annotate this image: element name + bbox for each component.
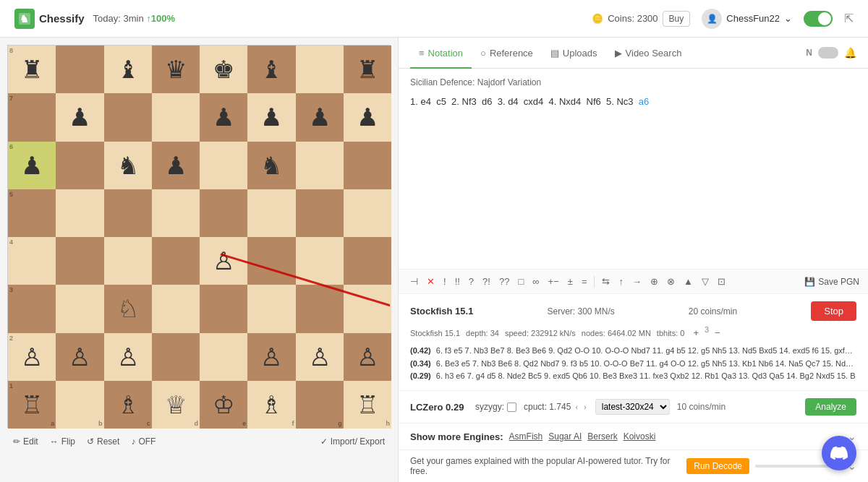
- square-h8[interactable]: ♜: [344, 46, 391, 93]
- tool-arrows[interactable]: ⇆: [599, 274, 613, 289]
- square-e3[interactable]: [200, 285, 247, 332]
- tool-right-arrow[interactable]: →: [629, 274, 644, 289]
- tool-double-question[interactable]: ??: [496, 274, 512, 289]
- square-a6[interactable]: ♟6: [8, 142, 56, 189]
- square-b8[interactable]: [56, 46, 103, 93]
- cpuct-up[interactable]: ›: [582, 403, 588, 411]
- n-toggle[interactable]: [818, 47, 838, 59]
- network-select[interactable]: latest-320x24: [595, 399, 670, 415]
- square-a5[interactable]: 5: [8, 189, 56, 237]
- square-c8[interactable]: ♝: [104, 46, 152, 93]
- cpuct-down[interactable]: ‹: [574, 403, 579, 411]
- tool-delete[interactable]: ✕: [424, 274, 438, 289]
- square-a4[interactable]: 4: [8, 237, 56, 285]
- square-d4[interactable]: [152, 237, 200, 285]
- square-d7[interactable]: [152, 93, 200, 141]
- square-a7[interactable]: 7: [8, 93, 56, 141]
- lines-plus[interactable]: +: [690, 325, 702, 340]
- tool-question[interactable]: ?: [466, 274, 477, 289]
- square-b3[interactable]: [56, 285, 103, 332]
- square-h1[interactable]: ♖h: [344, 381, 391, 429]
- theme-toggle[interactable]: [804, 11, 833, 27]
- reset-button[interactable]: ↺ Reset: [87, 436, 119, 447]
- square-b1[interactable]: b: [56, 381, 103, 429]
- square-c5[interactable]: [104, 189, 152, 237]
- square-f3[interactable]: [247, 285, 295, 332]
- square-e5[interactable]: [200, 189, 247, 237]
- tool-box[interactable]: □: [515, 274, 527, 289]
- tool-triangle[interactable]: ▲: [681, 274, 696, 289]
- square-b6[interactable]: [56, 142, 103, 189]
- square-a1[interactable]: ♖1a: [8, 381, 56, 429]
- square-h3[interactable]: [344, 285, 391, 332]
- square-e8[interactable]: ♚: [200, 46, 247, 93]
- square-g1[interactable]: g: [296, 381, 344, 429]
- square-g7[interactable]: ♟: [296, 93, 344, 141]
- tool-plus-minus[interactable]: +−: [545, 274, 562, 289]
- square-d5[interactable]: [152, 189, 200, 237]
- square-e4[interactable]: ♙: [200, 237, 247, 285]
- square-f4[interactable]: [247, 237, 295, 285]
- square-d2[interactable]: [152, 333, 200, 381]
- lines-minus[interactable]: −: [712, 325, 723, 340]
- square-f2[interactable]: ♙: [247, 333, 295, 381]
- collapse-button[interactable]: ⇱: [844, 12, 854, 25]
- tool-square-box[interactable]: ⊡: [715, 274, 728, 289]
- square-f6[interactable]: ♞: [247, 142, 295, 189]
- buy-button[interactable]: Buy: [663, 11, 691, 27]
- tool-infinity[interactable]: ∞: [529, 274, 542, 289]
- square-c1[interactable]: ♗c: [104, 381, 152, 429]
- user-info[interactable]: 👤 ChessFun22 ⌄: [702, 9, 792, 29]
- square-f1[interactable]: ♗f: [247, 381, 295, 429]
- square-b4[interactable]: [56, 237, 103, 285]
- tool-begin[interactable]: ⊣: [407, 274, 421, 289]
- square-b2[interactable]: ♙: [56, 333, 103, 381]
- square-h2[interactable]: ♙: [344, 333, 391, 381]
- square-a8[interactable]: ♜8: [8, 46, 56, 93]
- square-g3[interactable]: [296, 285, 344, 332]
- square-g2[interactable]: ♙: [296, 333, 344, 381]
- square-g6[interactable]: [296, 142, 344, 189]
- square-d8[interactable]: ♛: [152, 46, 200, 93]
- square-d1[interactable]: ♕d: [152, 381, 200, 429]
- engine-koivoski[interactable]: Koivoski: [624, 431, 656, 442]
- square-g8[interactable]: [296, 46, 344, 93]
- square-h6[interactable]: [344, 142, 391, 189]
- tool-circle[interactable]: ⊕: [647, 274, 661, 289]
- tab-reference[interactable]: ○ Reference: [472, 38, 542, 69]
- move-a6-link[interactable]: a6: [639, 96, 649, 107]
- tab-notation[interactable]: ≡ Notation: [410, 38, 472, 69]
- engine-berserk[interactable]: Berserk: [587, 431, 617, 442]
- square-f7[interactable]: ♟: [247, 93, 295, 141]
- square-h4[interactable]: [344, 237, 391, 285]
- square-f8[interactable]: ♝: [247, 46, 295, 93]
- square-h7[interactable]: ♟: [344, 93, 391, 141]
- edit-button[interactable]: ✏ Edit: [13, 436, 38, 447]
- square-e7[interactable]: ♟: [200, 93, 247, 141]
- tool-equal[interactable]: =: [579, 274, 590, 289]
- flip-button[interactable]: ↔ Flip: [50, 436, 75, 447]
- square-g4[interactable]: [296, 237, 344, 285]
- analyze-button[interactable]: Analyze: [805, 398, 856, 416]
- square-d6[interactable]: ♟: [152, 142, 200, 189]
- square-b5[interactable]: [56, 189, 103, 237]
- square-c3[interactable]: ♘: [104, 285, 152, 332]
- tool-up-arrow[interactable]: ↑: [616, 274, 626, 289]
- square-b7[interactable]: ♟: [56, 93, 103, 141]
- save-pgn-button[interactable]: 💾 Save PGN: [804, 277, 859, 287]
- bell-icon[interactable]: 🔔: [844, 47, 856, 59]
- square-e6[interactable]: [200, 142, 247, 189]
- run-decode-button[interactable]: Run Decode: [686, 458, 749, 474]
- tool-exclaim[interactable]: !: [441, 274, 449, 289]
- square-e1[interactable]: ♔e: [200, 381, 247, 429]
- tool-down-triangle[interactable]: ▽: [699, 274, 712, 289]
- discord-button[interactable]: [822, 436, 856, 470]
- square-a2[interactable]: ♙2: [8, 333, 56, 381]
- square-a3[interactable]: 3: [8, 285, 56, 332]
- engine-asmfish[interactable]: AsmFish: [509, 431, 543, 442]
- square-c6[interactable]: ♞: [104, 142, 152, 189]
- import-export-button[interactable]: ✓ Import/ Export: [320, 436, 385, 447]
- square-c2[interactable]: ♙: [104, 333, 152, 381]
- square-h5[interactable]: [344, 189, 391, 237]
- engine-sugarai[interactable]: Sugar AI: [548, 431, 582, 442]
